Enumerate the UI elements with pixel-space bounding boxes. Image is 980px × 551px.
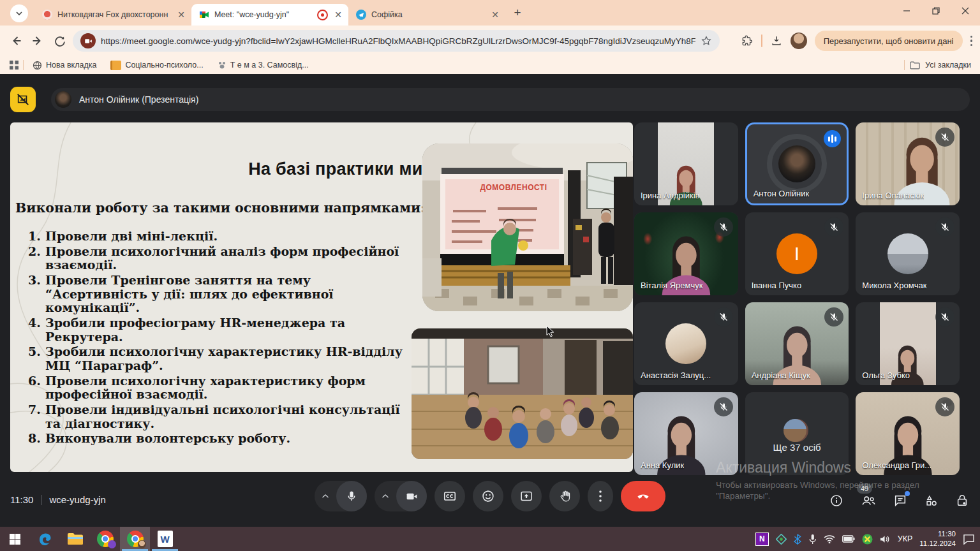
meeting-details-button[interactable] [829, 494, 843, 508]
onenote-icon[interactable]: N [755, 533, 769, 546]
slide-list-item: 7.Провели індивідуальні психологічні кон… [28, 403, 416, 430]
slide-list-item: 6.Провели психологічну характеристику фо… [28, 374, 416, 402]
chat-notification-dot [905, 491, 910, 496]
tab-meet[interactable]: Meet: "wce-yudg-yjn" ✕ [191, 4, 348, 26]
bookmarks-bar: Нова вкладка Соціально-психоло... Т е м … [0, 56, 980, 74]
presenter-banner[interactable]: Антон Олійник (Презентація) [51, 88, 970, 111]
bluetooth-icon[interactable] [794, 534, 801, 545]
bookmark-new-tab[interactable]: Нова вкладка [27, 57, 101, 73]
host-controls-button[interactable] [956, 494, 969, 508]
reload-button[interactable] [51, 33, 68, 49]
bookmark-label: Соціально-психоло... [125, 61, 203, 70]
close-window-button[interactable] [951, 0, 980, 22]
new-tab-button[interactable]: + [509, 4, 526, 21]
present-button[interactable] [511, 481, 542, 511]
shared-presentation[interactable]: На базі практики ми: Виконали роботу за … [10, 122, 633, 472]
people-button[interactable]: 49 [861, 494, 876, 508]
more-options-button[interactable] [588, 481, 613, 511]
back-button[interactable] [8, 33, 24, 49]
stop-presentation-button[interactable] [10, 87, 36, 112]
mic-button[interactable] [336, 481, 367, 511]
mic-off-glyph [940, 132, 950, 142]
forward-button[interactable] [29, 33, 46, 49]
mic-off-icon [935, 217, 954, 237]
raise-hand-button[interactable] [549, 481, 580, 511]
photo-avatar [887, 233, 928, 274]
meet-app: Антон Олійник (Презентація) На базі прак… [0, 74, 980, 527]
tray-app-icon[interactable] [776, 534, 787, 545]
profile-avatar[interactable] [791, 33, 807, 49]
taskbar-clock[interactable]: 11:30 11.12.2024 [919, 529, 956, 548]
participant-tile[interactable]: Ольга Зубко [856, 302, 960, 385]
camera-options-chevron-icon[interactable] [375, 494, 396, 499]
taskbar-chrome[interactable] [90, 527, 120, 551]
taskbar-edge[interactable] [30, 527, 60, 551]
mic-options-chevron-icon[interactable] [315, 494, 336, 499]
activities-button[interactable] [924, 494, 939, 508]
meeting-info: 11:30 wce-yudg-yjn [10, 494, 106, 505]
participant-tile[interactable]: Ірина Андрійків [634, 122, 738, 205]
wifi-icon[interactable] [824, 534, 835, 543]
more-participants-avatars: В [745, 419, 849, 442]
tray-mic-icon[interactable] [808, 534, 817, 545]
participant-tile[interactable]: І Іванна Пучко [745, 212, 849, 295]
address-bar[interactable]: https://meet.google.com/wce-yudg-yjn?fbc… [73, 30, 720, 52]
close-tab-icon[interactable]: ✕ [176, 10, 186, 20]
bookmarks-separator [904, 60, 905, 70]
mic-off-glyph [940, 312, 950, 322]
presentation-off-icon [16, 92, 30, 107]
bookmark-star-icon[interactable] [701, 35, 712, 47]
all-bookmarks-label[interactable]: Усі закладки [925, 61, 971, 70]
end-call-button[interactable] [621, 481, 665, 511]
restart-to-update-button[interactable]: Перезапустити, щоб оновити дані [815, 31, 963, 51]
minimize-button[interactable] [892, 0, 921, 22]
participant-tile[interactable]: В Ще 37 осіб [745, 392, 849, 475]
chat-button[interactable] [893, 494, 907, 508]
photo-avatar [665, 323, 706, 364]
antivirus-icon[interactable] [862, 534, 873, 545]
participant-tile[interactable]: Анастасія Залуц... [634, 302, 738, 385]
slide-list-item: 1.Провели дві міні-лекції. [28, 230, 416, 244]
start-button[interactable] [0, 527, 30, 551]
restore-button[interactable] [921, 0, 951, 22]
participant-tile[interactable]: Олександра Гри... [856, 392, 960, 475]
volume-icon[interactable] [880, 534, 891, 544]
taskbar-word[interactable]: W [150, 527, 180, 551]
tab-telegram[interactable]: Софійка ✕ [348, 4, 505, 26]
captions-button[interactable] [434, 481, 465, 511]
raise-hand-icon [558, 490, 572, 503]
participant-tile[interactable]: Антон Олійник [745, 122, 849, 205]
close-tab-icon[interactable]: ✕ [490, 10, 500, 20]
browser-menu-icon[interactable] [970, 36, 973, 47]
slide-photo-group-circle [412, 328, 633, 459]
extensions-icon[interactable] [741, 34, 754, 47]
participant-tile[interactable]: Микола Хромчак [856, 212, 960, 295]
camera-button[interactable] [396, 481, 427, 511]
battery-icon[interactable] [842, 535, 855, 543]
participant-tile[interactable]: Ірина Опанасюк [856, 122, 960, 205]
apps-grid-icon[interactable] [9, 60, 19, 70]
camera-control[interactable] [375, 481, 427, 511]
downloads-icon[interactable] [770, 34, 783, 47]
taskbar-explorer[interactable] [60, 527, 90, 551]
bookmark-tema3[interactable]: Т е м а 3. Самосвід... [212, 57, 314, 73]
tab-search-button[interactable] [10, 4, 28, 22]
language-indicator[interactable]: УКР [898, 534, 913, 543]
bookmark-social-psych[interactable]: Соціально-психоло... [105, 57, 208, 73]
participant-tile[interactable]: Віталія Яремчук [634, 212, 738, 295]
reactions-button[interactable] [473, 481, 503, 511]
tab-fox[interactable]: Нитковдягач Fox двохсторонн ✕ [34, 4, 191, 26]
participant-tile[interactable]: Анна Кулик [634, 392, 738, 475]
chat-icon [893, 494, 907, 508]
participant-name: Антон Олійник [754, 189, 810, 198]
taskbar-chrome-active[interactable] [120, 527, 150, 551]
windows-logo-icon [10, 534, 20, 545]
mic-control[interactable] [315, 481, 367, 511]
folder-icon [910, 61, 920, 70]
captions-icon [443, 489, 457, 503]
action-center-icon[interactable] [963, 534, 975, 545]
mic-off-glyph [829, 312, 839, 322]
tab-title: Нитковдягач Fox двохсторонн [57, 10, 171, 19]
participant-tile[interactable]: Андріана Кіщук [745, 302, 849, 385]
close-tab-icon[interactable]: ✕ [333, 10, 343, 20]
